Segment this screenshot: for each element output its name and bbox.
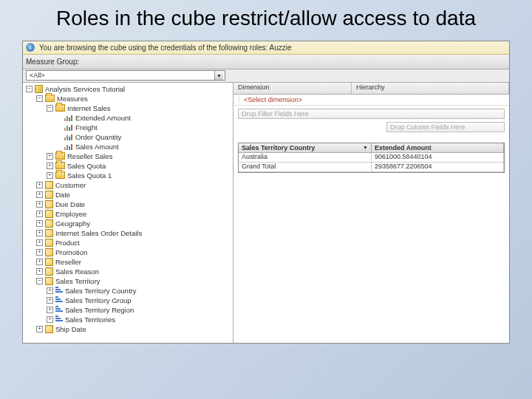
- toolbar: Measure Group:: [23, 55, 509, 69]
- dimension-col-header: Dimension: [233, 83, 352, 94]
- expand-icon[interactable]: +: [36, 259, 43, 265]
- expand-icon[interactable]: +: [47, 307, 53, 313]
- drop-column-zone[interactable]: Drop Column Fields Here: [386, 122, 505, 132]
- hierarchy-icon: [55, 287, 63, 294]
- measure-icon: [64, 124, 73, 131]
- dimension-icon: [45, 191, 53, 199]
- measure-group-node[interactable]: +Sales Quota 1: [23, 171, 233, 180]
- dimension-icon: [45, 200, 53, 208]
- expand-icon[interactable]: +: [36, 249, 43, 256]
- dimension-node[interactable]: +Ship Date: [23, 324, 233, 334]
- pivot-cell-value: 9061000.58440104: [372, 153, 504, 163]
- pivot-row-label: Grand Total: [239, 163, 372, 172]
- internet-sales-label: Internet Sales: [67, 104, 111, 112]
- expand-icon[interactable]: +: [47, 287, 53, 294]
- pivot-row-label: Australia: [239, 153, 372, 163]
- hierarchy-icon: [55, 296, 63, 304]
- measure-group-node[interactable]: +Reseller Sales: [23, 151, 233, 161]
- expand-icon[interactable]: +: [36, 201, 43, 208]
- collapse-icon[interactable]: −: [36, 95, 43, 102]
- hierarchy-node[interactable]: +Sales Territories: [23, 315, 233, 324]
- pivot-col-header[interactable]: Extended Amount: [372, 143, 504, 153]
- dimension-node[interactable]: +Date: [23, 190, 233, 200]
- expand-icon[interactable]: +: [36, 220, 43, 227]
- expand-icon[interactable]: +: [36, 230, 43, 236]
- expand-icon[interactable]: +: [47, 297, 53, 304]
- hierarchy-node[interactable]: +Sales Territory Country: [23, 286, 233, 296]
- tree-root-label: Analysis Services Tutorial: [45, 85, 125, 93]
- measure-group-label: Measure Group:: [26, 58, 79, 66]
- measure-item[interactable]: Freight: [23, 123, 233, 132]
- expand-icon[interactable]: +: [47, 316, 53, 323]
- pivot-data-row: Grand Total 29358677.2206504: [239, 163, 504, 172]
- dimension-node[interactable]: +Geography: [23, 219, 233, 228]
- measure-icon: [64, 143, 73, 150]
- pivot-cell-value: 29358677.2206504: [372, 163, 504, 172]
- measure-group-node[interactable]: − Internet Sales: [23, 103, 233, 113]
- dimension-node[interactable]: +Internet Sales Order Details: [23, 228, 233, 238]
- pivot-row-header[interactable]: Sales Territory Country ▼: [239, 143, 372, 153]
- expand-icon[interactable]: +: [36, 182, 43, 188]
- dimension-node[interactable]: +Promotion: [23, 248, 233, 257]
- dimension-node[interactable]: +Sales Reason: [23, 267, 233, 276]
- drop-filter-zone[interactable]: Drop Filter Fields Here: [238, 109, 505, 119]
- folder-icon: [55, 171, 65, 179]
- hierarchy-node[interactable]: +Sales Territory Region: [23, 305, 233, 315]
- cube-icon: [35, 85, 43, 93]
- expand-icon[interactable]: +: [47, 172, 53, 179]
- pivot-table: Sales Territory Country ▼ Extended Amoun…: [238, 143, 505, 173]
- select-dimension-label: <Select dimension>: [244, 96, 302, 103]
- expand-icon[interactable]: +: [36, 191, 43, 198]
- pivot-data-row: Australia 9061000.58440104: [239, 153, 504, 163]
- dimension-icon: [45, 229, 53, 237]
- dimension-node[interactable]: +Product: [23, 238, 233, 248]
- tree-root[interactable]: − Analysis Services Tutorial: [23, 84, 233, 94]
- measure-icon: [64, 134, 73, 140]
- dimension-node[interactable]: −Sales Territory: [23, 276, 233, 286]
- dimension-node[interactable]: +Employee: [23, 209, 233, 219]
- expand-icon[interactable]: +: [47, 163, 53, 169]
- row-handle-icon[interactable]: ⋮: [233, 96, 244, 103]
- expand-icon[interactable]: +: [36, 326, 43, 332]
- dimension-icon: [45, 219, 53, 228]
- cube-browser-window: i You are browsing the cube using the cr…: [22, 41, 510, 344]
- expand-icon[interactable]: +: [36, 268, 43, 275]
- pivot-area: Drop Filter Fields Here Drop Column Fiel…: [233, 106, 509, 343]
- collapse-icon[interactable]: −: [47, 105, 53, 112]
- expand-icon[interactable]: +: [36, 211, 43, 217]
- dimension-node[interactable]: +Customer: [23, 180, 233, 190]
- measure-group-value: <All>: [30, 72, 45, 79]
- measure-item[interactable]: Sales Amount: [23, 142, 233, 151]
- hierarchy-col-header: Hierarchy: [352, 83, 509, 94]
- chevron-down-icon[interactable]: ▼: [363, 145, 368, 150]
- dimension-icon: [45, 248, 53, 256]
- slide-title: Roles in the cube restrict/allow access …: [0, 0, 532, 35]
- folder-icon: [55, 152, 65, 160]
- folder-icon: [55, 162, 65, 169]
- measure-group-node[interactable]: +Sales Quota: [23, 161, 233, 171]
- hierarchy-node[interactable]: +Sales Territory Group: [23, 296, 233, 305]
- hierarchy-icon: [55, 316, 63, 323]
- metadata-tree-pane[interactable]: − Analysis Services Tutorial − Measures …: [23, 83, 233, 343]
- measure-item[interactable]: Extended Amount: [23, 113, 233, 123]
- info-text: You are browsing the cube using the cred…: [39, 44, 292, 52]
- select-dimension-row[interactable]: ⋮ <Select dimension>: [233, 95, 509, 106]
- info-bar: i You are browsing the cube using the cr…: [23, 41, 509, 55]
- collapse-icon[interactable]: −: [36, 278, 43, 284]
- dimension-icon: [45, 277, 53, 285]
- browser-right-pane: Dimension Hierarchy ⋮ <Select dimension>…: [233, 83, 509, 343]
- dimension-icon: [45, 210, 53, 218]
- hierarchy-icon: [55, 306, 63, 313]
- expand-icon[interactable]: +: [36, 239, 43, 246]
- measures-node[interactable]: − Measures: [23, 94, 233, 103]
- dimension-node[interactable]: +Reseller: [23, 257, 233, 267]
- expand-icon[interactable]: +: [47, 153, 53, 160]
- measure-group-combo[interactable]: <All> ▼: [26, 70, 225, 81]
- measure-icon: [64, 115, 73, 121]
- chevron-down-icon[interactable]: ▼: [214, 71, 223, 80]
- collapse-icon[interactable]: −: [26, 86, 33, 92]
- dimension-node[interactable]: +Due Date: [23, 200, 233, 209]
- filter-grid-header: Dimension Hierarchy: [233, 83, 509, 95]
- measure-item[interactable]: Order Quantity: [23, 132, 233, 142]
- dimension-icon: [45, 239, 53, 247]
